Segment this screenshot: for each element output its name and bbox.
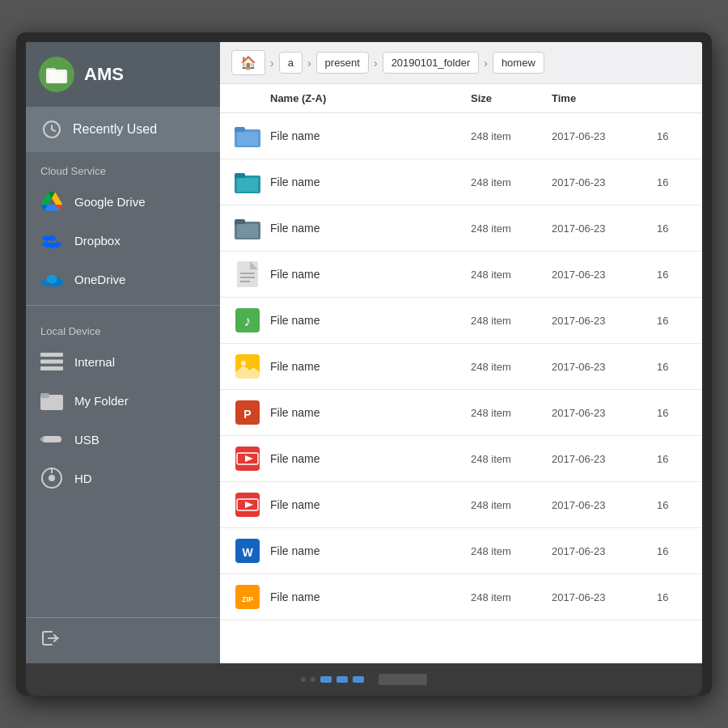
file-name-0: File name (270, 129, 471, 142)
file-size-2: 248 item (471, 222, 552, 235)
svg-rect-27 (237, 224, 258, 238)
svg-rect-20 (235, 127, 245, 133)
usb-icon (40, 428, 63, 451)
table-row[interactable]: File name 248 item 2017-06-23 16 (220, 113, 702, 159)
file-extra-10: 16 (657, 591, 689, 603)
logout-icon[interactable] (40, 628, 205, 654)
svg-rect-9 (40, 353, 63, 357)
file-icon-music: ♪ (233, 306, 262, 335)
breadcrumb-bar: 🏠 › a › present › 20190101_folder › home… (220, 42, 702, 84)
svg-rect-26 (235, 219, 245, 225)
usb-port-1 (320, 676, 332, 683)
file-name-10: File name (270, 590, 471, 603)
table-row[interactable]: File name 248 item 2017-06-23 16 (220, 159, 702, 205)
file-name-8: File name (270, 498, 471, 511)
breadcrumb-present[interactable]: present (316, 52, 369, 74)
file-icon-doc (233, 260, 262, 289)
breadcrumb-a[interactable]: a (279, 52, 303, 74)
sidebar: AMS Recently Used Cloud Service (26, 42, 220, 663)
file-time-8: 2017-06-23 (552, 499, 657, 511)
file-extra-8: 16 (657, 499, 689, 511)
file-icon-video1 (233, 444, 262, 473)
file-time-1: 2017-06-23 (552, 176, 657, 188)
svg-rect-23 (235, 173, 245, 179)
svg-rect-21 (237, 132, 258, 146)
home-button[interactable]: 🏠 (231, 50, 265, 75)
breadcrumb-folder[interactable]: 20190101_folder (383, 52, 480, 74)
hd-icon (40, 467, 63, 489)
sidebar-item-my-folder[interactable]: My Folder (26, 381, 220, 420)
file-icon-folder-blue (233, 121, 262, 150)
table-row[interactable]: File name 248 item 2017-06-23 16 (220, 205, 702, 252)
my-folder-icon (40, 389, 63, 412)
usb-port-2 (336, 676, 348, 683)
file-size-4: 248 item (471, 315, 552, 327)
table-row[interactable]: File name 248 item 2017-06-23 16 (220, 482, 702, 528)
internal-label: Internal (74, 355, 115, 369)
table-row[interactable]: ♪ File name 248 item 2017-06-23 16 (220, 298, 702, 344)
internal-icon (40, 350, 63, 373)
recently-used-item[interactable]: Recently Used (26, 107, 220, 152)
ams-icon (39, 57, 74, 92)
hd-label: HD (74, 472, 92, 485)
col-size-header: Size (471, 92, 552, 104)
svg-text:ZIP: ZIP (242, 595, 253, 603)
svg-rect-14 (42, 436, 61, 442)
sidebar-header: AMS (26, 42, 220, 107)
svg-point-17 (49, 475, 55, 481)
svg-rect-24 (237, 178, 258, 192)
monitor: AMS Recently Used Cloud Service (16, 32, 712, 696)
file-name-6: File name (270, 406, 471, 419)
svg-rect-13 (40, 393, 49, 398)
table-row[interactable]: P File name 248 item 2017-06-23 16 (220, 390, 702, 436)
table-row[interactable]: File name 248 item 2017-06-23 16 (220, 344, 702, 390)
port-indicators (301, 676, 364, 683)
sidebar-bottom (26, 617, 220, 663)
col-time-header: Time (552, 92, 657, 104)
google-drive-label: Google Drive (74, 195, 146, 209)
file-size-9: 248 item (471, 545, 552, 557)
file-size-7: 248 item (471, 453, 552, 465)
usb-label: USB (74, 433, 99, 447)
dropbox-label: Dropbox (74, 234, 121, 248)
breadcrumb-homew[interactable]: homew (493, 52, 544, 74)
svg-rect-1 (46, 68, 56, 72)
local-device-title: Local Device (26, 312, 220, 342)
file-name-9: File name (270, 544, 471, 557)
table-row[interactable]: File name 248 item 2017-06-23 16 (220, 436, 702, 482)
dropbox-icon (40, 229, 63, 252)
onedrive-icon (40, 268, 63, 290)
file-icon-folder-teal (233, 167, 262, 197)
file-name-1: File name (270, 176, 471, 188)
file-name-2: File name (270, 222, 471, 235)
sep-4: › (482, 57, 489, 70)
clock-icon (40, 118, 63, 141)
sidebar-item-hd[interactable]: HD (26, 459, 220, 497)
sidebar-item-onedrive[interactable]: OneDrive (26, 260, 220, 298)
file-extra-9: 16 (657, 545, 689, 557)
table-row[interactable]: File name 248 item 2017-06-23 16 (220, 252, 702, 298)
indicator-dot-1 (301, 677, 306, 682)
screen: AMS Recently Used Cloud Service (26, 42, 702, 663)
sidebar-item-usb[interactable]: USB (26, 420, 220, 459)
file-extra-5: 16 (657, 361, 689, 373)
svg-text:♪: ♪ (244, 313, 252, 329)
monitor-bottom-bar (26, 663, 702, 696)
file-size-0: 248 item (471, 130, 552, 142)
file-list: Name (Z-A) Size Time File name (220, 84, 702, 663)
svg-text:W: W (242, 546, 253, 559)
recently-used-label: Recently Used (73, 122, 157, 137)
sidebar-item-google-drive[interactable]: Google Drive (26, 182, 220, 221)
file-size-8: 248 item (471, 499, 552, 511)
sidebar-item-internal[interactable]: Internal (26, 342, 220, 381)
file-name-5: File name (270, 360, 471, 373)
table-row[interactable]: W File name 248 item 2017-06-23 16 (220, 528, 702, 574)
file-time-0: 2017-06-23 (552, 130, 657, 142)
google-drive-icon (40, 190, 63, 213)
speaker-grille (379, 674, 427, 685)
col-name-header: Name (Z-A) (270, 92, 471, 104)
app-title: AMS (84, 64, 124, 85)
table-row[interactable]: ZIP File name 248 item 2017-06-23 16 (220, 574, 702, 620)
sidebar-item-dropbox[interactable]: Dropbox (26, 221, 220, 260)
file-icon-word: W (233, 536, 262, 565)
